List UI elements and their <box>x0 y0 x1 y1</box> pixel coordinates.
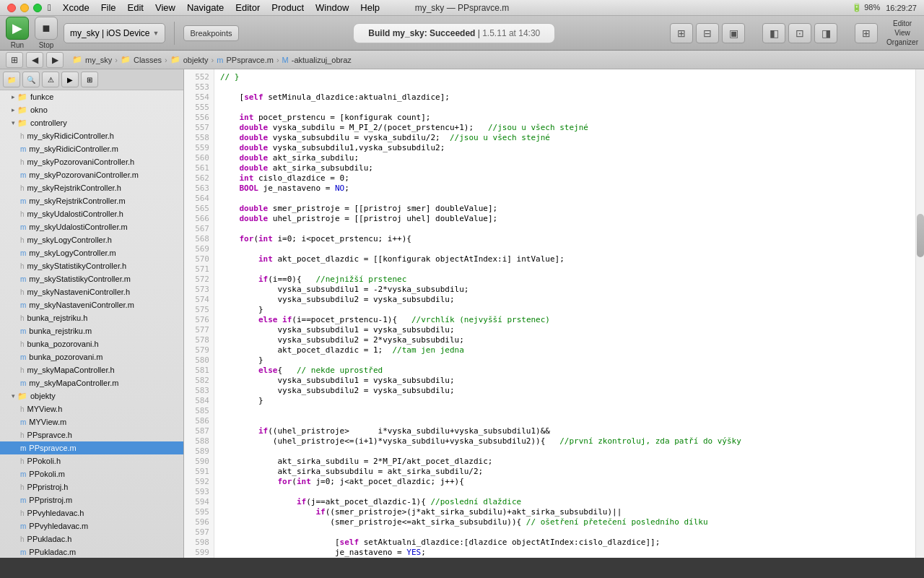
code-line: BOOL je_nastaveno = NO; <box>220 184 349 193</box>
sidebar-item-label: my_skyNastaveniController.m <box>29 301 134 309</box>
window-menu[interactable]: Window <box>315 2 349 13</box>
sidebar-item[interactable]: mPPokoli.m <box>0 467 183 480</box>
sidebar-item[interactable]: hmy_skyRidiciController.h <box>0 129 183 142</box>
sidebar-item[interactable]: mmy_skyRidiciController.m <box>0 142 183 155</box>
breakpoints-button[interactable]: Breakpoints <box>183 25 238 41</box>
sidebar-btn-2[interactable]: 🔍 <box>22 72 40 87</box>
line-number: 595 <box>184 507 214 517</box>
sidebar-item-label: PPvyhledavac.h <box>27 509 84 517</box>
view-tab-label: View <box>894 29 910 37</box>
sidebar-item-label: bunka_rejstriku.h <box>27 314 88 322</box>
scheme-selector[interactable]: my_sky | iOS Device ▼ <box>64 23 165 43</box>
sidebar-item[interactable]: hmy_skyPozorovaniController.h <box>0 155 183 168</box>
sidebar-item[interactable]: hmy_skyLogyController.h <box>0 233 183 246</box>
folder-icon: 📁 <box>72 55 82 64</box>
scrollbar-thumb[interactable] <box>917 214 924 257</box>
view-icon-2: ⊟ <box>703 27 712 39</box>
line-number: 597 <box>184 527 214 538</box>
breadcrumb-file[interactable]: m PPspravce.m <box>217 56 274 64</box>
sidebar-item[interactable]: ▾📁controllery <box>0 116 183 129</box>
file-menu[interactable]: File <box>101 2 116 13</box>
sidebar-item[interactable]: hmy_skyRejstrikController.h <box>0 181 183 194</box>
debug-btn-back[interactable]: ◀ <box>26 52 43 68</box>
panel-btn-2[interactable]: ⊡ <box>788 23 811 43</box>
debug-btn-forward[interactable]: ▶ <box>46 52 64 68</box>
sidebar-item[interactable]: hmy_skyMapaController.h <box>0 363 183 376</box>
main-area: 📁 🔍 ⚠ ▶ ⊞ ▸📁funkce▸📁okno▾📁controlleryhmy… <box>0 69 924 558</box>
sidebar-item[interactable]: hPPvyhledavac.h <box>0 506 183 519</box>
sidebar-btn-1[interactable]: 📁 <box>3 72 20 87</box>
code-editor: 5525535545555565575585595605615625635645… <box>184 69 915 558</box>
sidebar-item[interactable]: mmy_skyRejstrikController.m <box>0 194 183 207</box>
view-btn-2[interactable]: ⊟ <box>696 23 719 43</box>
apple-menu[interactable]:  <box>48 2 51 13</box>
navigate-menu[interactable]: Navigate <box>187 2 224 13</box>
panel-btn-1[interactable]: ◧ <box>762 23 785 43</box>
code-line: akt_sirka_subsubdilu = akt_sirka_subdilu… <box>220 467 483 476</box>
h-file-icon: h <box>20 457 25 465</box>
maximize-button[interactable] <box>33 4 42 12</box>
line-number: 590 <box>184 457 214 467</box>
sidebar-item[interactable]: mmy_skyLogyController.m <box>0 246 183 259</box>
view-btn-3[interactable]: ▣ <box>722 23 745 43</box>
code-content[interactable]: // } [self setMinula_dlazdice:aktualni_d… <box>214 69 915 558</box>
sidebar-item[interactable]: ▸📁funkce <box>0 90 183 103</box>
sidebar-item[interactable]: mmy_skyNastaveniController.m <box>0 298 183 311</box>
panel-btn-4[interactable]: ⊞ <box>855 23 878 43</box>
sidebar-item[interactable]: ▾📁objekty <box>0 389 183 402</box>
sidebar-item[interactable]: hbunka_rejstriku.h <box>0 311 183 324</box>
sidebar-item[interactable]: mmy_skyMapaController.m <box>0 376 183 389</box>
sidebar-item[interactable]: mPPpristroj.m <box>0 493 183 506</box>
editor-view-btn[interactable]: ⊞ <box>670 23 693 43</box>
sidebar-item[interactable]: mPPspravce.m <box>0 441 183 454</box>
h-file-icon: h <box>20 184 25 192</box>
toolbar-separator <box>174 22 175 45</box>
sidebar-btn-3[interactable]: ⚠ <box>42 72 59 87</box>
h-file-icon: h <box>20 262 25 270</box>
sidebar-btn-5[interactable]: ⊞ <box>81 72 98 87</box>
sidebar-item[interactable]: hbunka_pozorovani.h <box>0 337 183 350</box>
sidebar-item[interactable]: mbunka_pozorovani.m <box>0 350 183 363</box>
sidebar-item[interactable]: mbunka_rejstriku.m <box>0 324 183 337</box>
sidebar-item[interactable]: hmy_skyStatistikyController.h <box>0 259 183 272</box>
stop-button[interactable]: ■ Stop <box>35 17 58 49</box>
run-button[interactable]: ▶ Run <box>6 17 29 49</box>
line-number: 582 <box>184 376 214 386</box>
xcode-menu[interactable]: Xcode <box>63 2 90 13</box>
product-menu[interactable]: Product <box>271 2 304 13</box>
sidebar-item[interactable]: mmy_skyUdalostiController.m <box>0 220 183 233</box>
sidebar-item[interactable]: hmy_skyUdalostiController.h <box>0 207 183 220</box>
sidebar-item[interactable]: hPPspravce.h <box>0 428 183 441</box>
bc-arrow-3: › <box>212 56 214 64</box>
edit-menu[interactable]: Edit <box>128 2 144 13</box>
debug-btn-grid[interactable]: ⊞ <box>6 52 23 68</box>
breadcrumb-root[interactable]: 📁 my_sky <box>72 55 112 64</box>
sidebar-item[interactable]: mmy_skyStatistikyController.m <box>0 272 183 285</box>
sidebar-item[interactable]: ▸📁okno <box>0 103 183 116</box>
code-line: for(int j=0; j<akt_pocet_dlazdic; j++){ <box>220 477 464 486</box>
h-file-icon: h <box>20 509 25 517</box>
editor-menu[interactable]: Editor <box>235 2 260 13</box>
sidebar-item[interactable]: hPPpristroj.h <box>0 480 183 493</box>
editor-scrollbar[interactable] <box>915 69 924 558</box>
panel-btn-3[interactable]: ◨ <box>814 23 837 43</box>
sidebar-item[interactable]: mPPukladac.m <box>0 545 183 558</box>
sidebar-item[interactable]: hmy_skyNastaveniController.h <box>0 285 183 298</box>
sidebar-item[interactable]: mMYView.m <box>0 415 183 428</box>
help-menu[interactable]: Help <box>360 2 380 13</box>
sidebar-item[interactable]: mPPvyhledavac.m <box>0 519 183 532</box>
breadcrumb-classes[interactable]: 📁 Classes <box>121 55 162 64</box>
breadcrumb-method[interactable]: M -aktualizuj_obraz <box>282 56 352 64</box>
sidebar-item[interactable]: hMYView.h <box>0 402 183 415</box>
sidebar-item[interactable]: mmy_skyPozorovaniController.m <box>0 168 183 181</box>
view-menu[interactable]: View <box>155 2 175 13</box>
breadcrumb-objekty[interactable]: 📁 objekty <box>170 55 209 64</box>
folder-triangle-icon: ▸ <box>12 106 15 113</box>
code-area[interactable]: 5525535545555565575585595605615625635645… <box>184 69 915 558</box>
sidebar-item[interactable]: hPPokoli.h <box>0 454 183 467</box>
sidebar-item[interactable]: hPPukladac.h <box>0 532 183 545</box>
minimize-button[interactable] <box>20 4 29 12</box>
close-button[interactable] <box>7 4 16 12</box>
line-number: 576 <box>184 315 214 325</box>
sidebar-btn-4[interactable]: ▶ <box>61 72 79 87</box>
